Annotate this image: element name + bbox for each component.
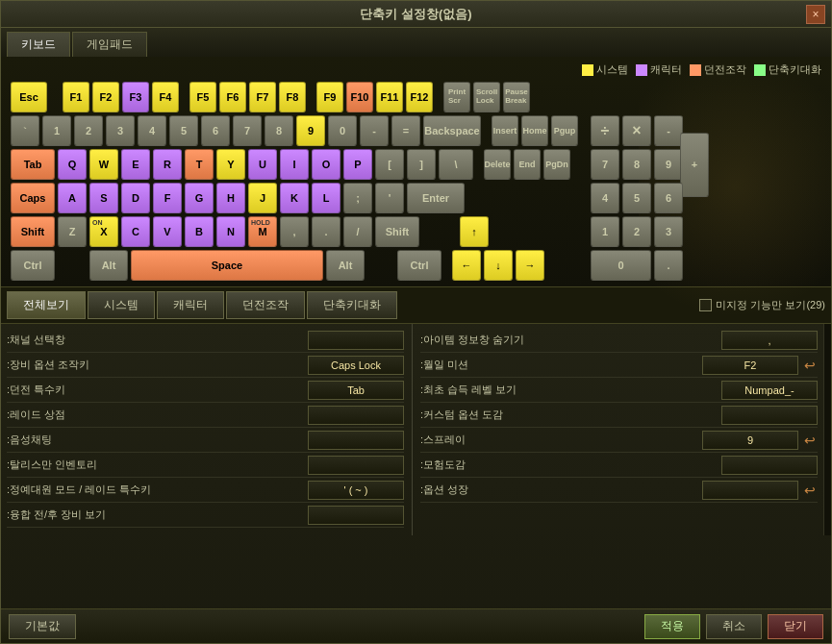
key-y[interactable]: Y [216, 149, 245, 180]
key-w[interactable]: W [89, 149, 118, 180]
key-pgup[interactable]: Pgup [551, 115, 578, 146]
key-pause[interactable]: PauseBreak [503, 82, 530, 112]
key-f6[interactable]: F6 [219, 82, 246, 112]
numpad-9[interactable]: 9 [654, 149, 683, 180]
numpad-0[interactable]: 0 [591, 250, 651, 281]
key-p[interactable]: P [343, 149, 372, 180]
key-f[interactable]: F [153, 183, 182, 213]
setting-elite-mode-value[interactable]: ' ( ~ ) [308, 481, 404, 500]
key-shift-left[interactable]: Shift [11, 216, 55, 247]
key-1[interactable]: 1 [42, 115, 71, 146]
btn-close[interactable]: 닫기 [768, 614, 823, 639]
numpad-2[interactable]: 2 [622, 216, 651, 247]
key-pgdn[interactable]: PgDn [543, 149, 570, 180]
numpad-3[interactable]: 3 [654, 216, 683, 247]
numpad-mul[interactable]: × [622, 115, 651, 146]
key-2[interactable]: 2 [74, 115, 103, 146]
setting-raid-shop-value[interactable] [308, 406, 404, 425]
key-equals[interactable]: = [391, 115, 420, 146]
key-caps[interactable]: Caps [11, 183, 55, 213]
key-f7[interactable]: F7 [249, 82, 276, 112]
numpad-add[interactable]: + [680, 133, 709, 197]
key-k[interactable]: K [280, 183, 309, 213]
key-tab[interactable]: Tab [11, 149, 55, 180]
key-alt-right[interactable]: Alt [326, 250, 365, 281]
tab-character[interactable]: 캐릭터 [157, 291, 224, 319]
setting-spray-value[interactable]: 9 [702, 431, 798, 450]
key-backspace[interactable]: Backspace [423, 115, 481, 146]
numpad-sub[interactable]: - [654, 115, 683, 146]
key-space[interactable]: Space [131, 250, 323, 281]
setting-fusion-equip-value[interactable] [308, 506, 404, 525]
key-3[interactable]: 3 [106, 115, 135, 146]
setting-equip-option-value[interactable]: Caps Lock [308, 356, 404, 375]
key-u[interactable]: U [248, 149, 277, 180]
key-f9[interactable]: F9 [316, 82, 343, 112]
key-backslash[interactable]: \ [439, 149, 473, 180]
key-slash[interactable]: / [343, 216, 372, 247]
key-e[interactable]: E [121, 149, 150, 180]
key-f4[interactable]: F4 [152, 82, 179, 112]
key-rbracket[interactable]: ] [407, 149, 436, 180]
key-t[interactable]: T [185, 149, 214, 180]
key-f3[interactable]: F3 [122, 82, 149, 112]
key-q[interactable]: Q [58, 149, 87, 180]
key-z[interactable]: Z [58, 216, 87, 247]
key-f11[interactable]: F11 [376, 82, 403, 112]
key-8[interactable]: 8 [265, 115, 293, 146]
key-quote[interactable]: ' [375, 183, 404, 213]
setting-adventure-value[interactable] [721, 456, 818, 475]
key-comma[interactable]: , [280, 216, 309, 247]
numpad-4[interactable]: 4 [591, 183, 619, 213]
key-7[interactable]: 7 [233, 115, 262, 146]
key-down-arrow[interactable]: ↓ [484, 250, 513, 281]
key-semicolon[interactable]: ; [343, 183, 372, 213]
key-ctrl-left[interactable]: Ctrl [11, 250, 55, 281]
key-printscreen[interactable]: PrintScr [443, 82, 470, 112]
key-b[interactable]: B [185, 216, 214, 247]
setting-spray-reset[interactable]: ↩ [802, 433, 818, 448]
key-x[interactable]: ONX [89, 216, 118, 247]
btn-default[interactable]: 기본값 [9, 614, 76, 639]
tab-gamepad[interactable]: 게임패드 [72, 32, 147, 57]
key-c[interactable]: C [121, 216, 150, 247]
key-f2[interactable]: F2 [92, 82, 119, 112]
key-scrolllock[interactable]: ScrollLock [473, 82, 500, 112]
setting-daily-mission-reset[interactable]: ↩ [802, 358, 818, 373]
key-right-arrow[interactable]: → [516, 250, 544, 281]
key-lbracket[interactable]: [ [375, 149, 404, 180]
key-up-arrow[interactable]: ↑ [460, 216, 489, 247]
settings-scrollbar[interactable] [823, 324, 831, 535]
tab-keyboard[interactable]: 키보드 [7, 32, 70, 57]
btn-cancel[interactable]: 취소 [706, 614, 762, 639]
key-end[interactable]: End [514, 149, 541, 180]
numpad-8[interactable]: 8 [622, 149, 651, 180]
key-esc[interactable]: Esc [11, 82, 47, 112]
setting-first-obtain-value[interactable]: Numpad_- [721, 381, 818, 400]
key-f10[interactable]: F10 [346, 82, 373, 112]
key-h[interactable]: H [216, 183, 245, 213]
setting-talisman-value[interactable] [308, 456, 404, 475]
key-9[interactable]: 9 [296, 115, 325, 146]
key-0[interactable]: 0 [328, 115, 357, 146]
key-a[interactable]: A [58, 183, 87, 213]
key-f8[interactable]: F8 [279, 82, 306, 112]
key-minus[interactable]: - [360, 115, 389, 146]
key-6[interactable]: 6 [201, 115, 230, 146]
tab-shortcut[interactable]: 단축키대화 [307, 291, 397, 319]
key-f5[interactable]: F5 [189, 82, 216, 112]
key-delete[interactable]: Delete [484, 149, 511, 180]
btn-apply[interactable]: 적용 [644, 614, 700, 639]
setting-daily-mission-value[interactable]: F2 [702, 356, 798, 375]
tab-all[interactable]: 전체보기 [7, 291, 86, 319]
key-i[interactable]: I [280, 149, 309, 180]
numpad-1[interactable]: 1 [591, 216, 619, 247]
key-ctrl-right[interactable]: Ctrl [397, 250, 441, 281]
key-home[interactable]: Home [521, 115, 548, 146]
key-g[interactable]: G [185, 183, 214, 213]
key-5[interactable]: 5 [169, 115, 198, 146]
key-left-arrow[interactable]: ← [452, 250, 481, 281]
key-4[interactable]: 4 [138, 115, 166, 146]
key-enter[interactable]: Enter [407, 183, 465, 213]
tab-system[interactable]: 시스템 [88, 291, 155, 319]
